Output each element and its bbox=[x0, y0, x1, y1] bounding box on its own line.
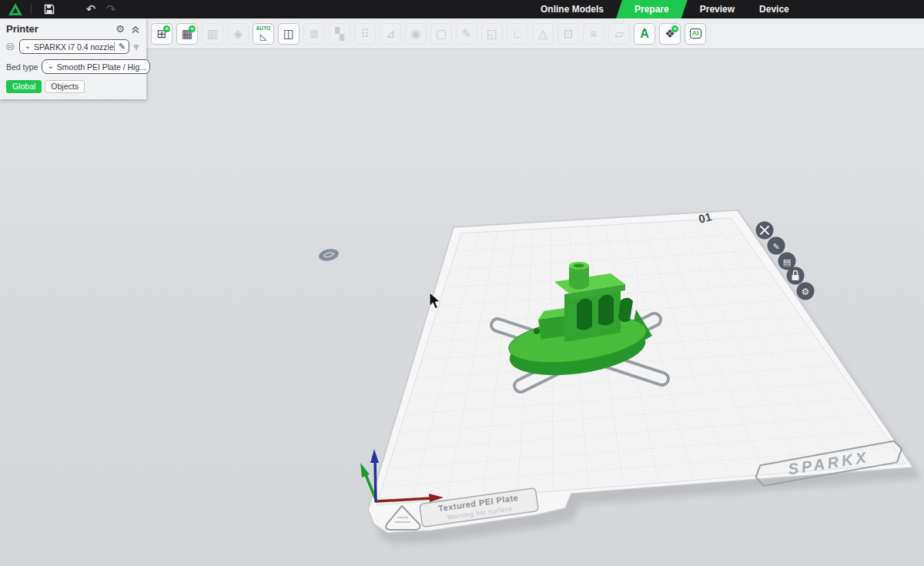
printer-select-value: SPARKX i7 0.4 nozzle bbox=[34, 42, 114, 52]
variable-layer-height-button: ≣ bbox=[303, 23, 325, 45]
sphere-tool-button: ◉ bbox=[405, 23, 427, 45]
app-window: 01 Textured PEI Plate Warning hot surfac… bbox=[0, 0, 924, 566]
auto-support-button[interactable]: AUTO◺ bbox=[253, 23, 274, 45]
title-bar: ↶ ↷ Online Models Prepare Preview Device bbox=[0, 0, 924, 18]
mode-tabs: Online Models Prepare Preview Device bbox=[528, 0, 802, 18]
printer-panel: Printer ⚙ ⌄ SPARKX i7 0.4 nozzle ✎ bbox=[0, 18, 146, 99]
auto-label: AUTO bbox=[256, 26, 270, 32]
gear-icon: ⚙ bbox=[802, 286, 810, 297]
pencil-icon: ✎ bbox=[772, 242, 779, 251]
clean-plate-icon: ▤ bbox=[783, 257, 791, 266]
text-tool-icon: A bbox=[640, 28, 649, 40]
edit-plate-button[interactable]: ✎ bbox=[768, 237, 785, 255]
app-logo-icon bbox=[8, 2, 23, 16]
printer-select[interactable]: ⌄ SPARKX i7 0.4 nozzle ✎ bbox=[19, 39, 129, 54]
plus-badge-icon: + bbox=[671, 25, 678, 32]
tab-preview[interactable]: Preview bbox=[688, 0, 747, 18]
text-tool-button[interactable]: A bbox=[634, 23, 655, 45]
fill-bed-icon: ⠿ bbox=[361, 28, 370, 39]
divider bbox=[31, 4, 32, 15]
tab-device[interactable]: Device bbox=[747, 0, 802, 18]
auto-arrange-button: ▥ bbox=[202, 23, 223, 45]
chevron-down-icon: ⌄ bbox=[25, 42, 31, 50]
collapse-panel-icon[interactable] bbox=[131, 25, 140, 34]
split-view-icon: ◫ bbox=[283, 28, 294, 39]
seam-icon: ∟ bbox=[512, 28, 524, 39]
mirror-icon: ◱ bbox=[487, 28, 497, 39]
bed-type-select[interactable]: ⌄ Smooth PEI Plate / Hig... bbox=[42, 59, 150, 74]
plus-badge-icon: + bbox=[189, 25, 196, 32]
bed-type-label: Bed type bbox=[6, 62, 38, 72]
sphere-tool-icon: ◉ bbox=[410, 28, 420, 39]
clone-button: ▚ bbox=[329, 23, 350, 45]
stand-on-face-button: △ bbox=[532, 23, 554, 45]
seam-button: ∟ bbox=[507, 23, 528, 45]
auto-support-icon: ◺ bbox=[260, 32, 266, 41]
tab-prepare[interactable]: Prepare bbox=[616, 0, 688, 18]
chevron-down-icon: ⌄ bbox=[47, 62, 53, 70]
undo-icon[interactable]: ↶ bbox=[81, 0, 101, 18]
stand-on-face-icon: △ bbox=[538, 28, 547, 39]
save-icon[interactable] bbox=[44, 4, 55, 15]
measure-button: ⊿ bbox=[380, 23, 401, 45]
mesh-edit-icon: ✎ bbox=[462, 28, 472, 39]
printer-icon bbox=[6, 42, 15, 52]
add-plate-button[interactable]: ▦+ bbox=[176, 23, 198, 45]
clone-icon: ▚ bbox=[335, 28, 344, 39]
mirror-button: ◱ bbox=[481, 23, 503, 45]
timelapse-button: ⊡ bbox=[557, 23, 579, 45]
lock-plate-button[interactable] bbox=[787, 267, 805, 285]
split-view-button[interactable]: ◫ bbox=[278, 23, 300, 45]
paint-button: ▱ bbox=[608, 23, 630, 45]
tab-online-models[interactable]: Online Models bbox=[528, 0, 616, 18]
printer-panel-title: Printer bbox=[6, 23, 116, 35]
paint-icon: ▱ bbox=[614, 28, 624, 39]
cut-button: ▢ bbox=[430, 23, 452, 45]
delete-plate-button[interactable] bbox=[756, 222, 774, 239]
printer-settings-icon[interactable]: ⚙ bbox=[116, 23, 125, 35]
edit-printer-icon[interactable]: ✎ bbox=[114, 42, 126, 52]
timelapse-icon: ⊡ bbox=[564, 28, 574, 39]
cut-icon: ▢ bbox=[436, 28, 447, 39]
plate-settings-button[interactable]: ⚙ bbox=[797, 283, 815, 300]
plus-badge-icon: + bbox=[163, 25, 170, 32]
mesh-edit-button: ✎ bbox=[456, 23, 477, 45]
tab-objects[interactable]: Objects bbox=[45, 80, 85, 93]
ai-tool-icon: AI bbox=[690, 28, 701, 39]
plate-handle[interactable] bbox=[318, 247, 340, 263]
auto-orient-icon: ◈ bbox=[233, 28, 243, 39]
add-object-button[interactable]: ⊞+ bbox=[151, 23, 172, 45]
measure-icon: ⊿ bbox=[386, 28, 396, 39]
plugin-button[interactable]: ❖+ bbox=[659, 23, 681, 45]
ai-tool-button[interactable]: AI bbox=[685, 23, 706, 45]
bed-type-value: Smooth PEI Plate / Hig... bbox=[57, 62, 146, 72]
auto-orient-button: ◈ bbox=[227, 23, 249, 45]
redo-icon: ↷ bbox=[101, 0, 121, 18]
auto-arrange-icon: ▥ bbox=[207, 28, 218, 39]
variable-layer-height-icon: ≣ bbox=[310, 28, 320, 39]
layers-button: ≡ bbox=[583, 23, 604, 45]
layers-icon: ≡ bbox=[591, 28, 598, 39]
wifi-icon[interactable] bbox=[132, 42, 140, 52]
tab-global[interactable]: Global bbox=[6, 80, 42, 93]
fill-bed-button: ⠿ bbox=[354, 23, 376, 45]
